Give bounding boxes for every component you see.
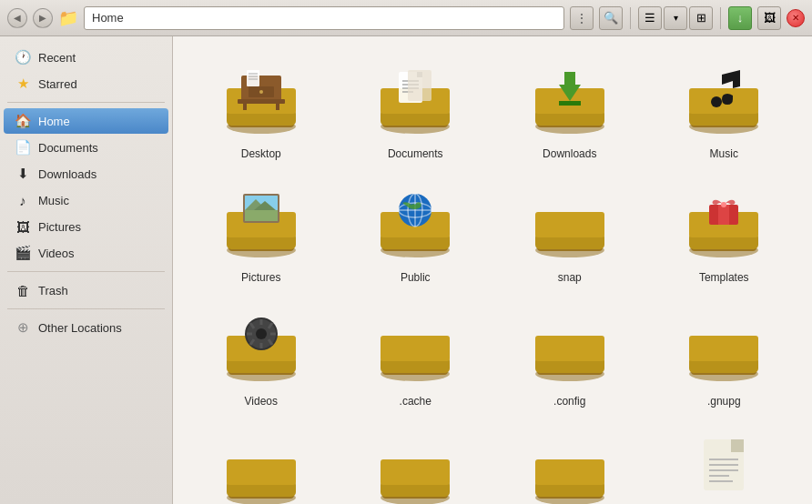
file-item-documents[interactable]: Documents (342, 51, 490, 167)
sidebar-item-label: Downloads (38, 167, 96, 181)
svg-rect-25 (408, 70, 431, 101)
file-item-local[interactable]: .local (342, 422, 490, 504)
config-folder-icon (529, 307, 611, 389)
sidebar-divider-2 (7, 271, 165, 272)
location-bar[interactable] (84, 6, 564, 30)
sidebar-divider-3 (7, 308, 165, 309)
sidebar-divider-1 (7, 102, 165, 103)
photo-button[interactable]: 🖼 (757, 6, 781, 30)
sidebar-item-other[interactable]: ⊕ Other Locations (4, 315, 168, 340)
file-label: Downloads (543, 147, 596, 160)
download-button[interactable]: ↓ (728, 6, 752, 30)
videos-folder-icon (220, 307, 302, 389)
templates-folder-icon (683, 184, 765, 266)
separator (630, 7, 631, 29)
file-item-downloads[interactable]: Downloads (496, 51, 644, 167)
list-view-button[interactable]: ☰ (638, 6, 662, 30)
public-folder-icon (374, 184, 456, 266)
file-item-pictures[interactable]: Pictures (188, 175, 335, 291)
sidebar-item-label: Starred (38, 77, 77, 91)
list-view-icon: ☰ (645, 11, 655, 25)
svg-rect-108 (731, 439, 744, 452)
file-item-videos[interactable]: Videos (188, 298, 335, 415)
file-label: Documents (388, 147, 443, 160)
file-label: Music (710, 147, 738, 160)
file-item-icons[interactable]: .icons (188, 422, 335, 504)
search-icon: 🔍 (604, 11, 618, 25)
grid-view-icon: ⊞ (696, 11, 706, 25)
icons-folder-icon (220, 431, 302, 504)
svg-rect-65 (718, 205, 729, 225)
videos-icon: 🎬 (15, 245, 31, 261)
sidebar-item-pictures[interactable]: 🖼 Pictures (4, 214, 168, 239)
back-button[interactable]: ◀ (7, 8, 27, 28)
sidebar-item-music[interactable]: ♪ Music (4, 187, 168, 213)
file-label: Videos (245, 395, 278, 408)
svg-rect-31 (559, 101, 581, 106)
sidebar-item-label: Trash (38, 284, 68, 297)
file-item-public[interactable]: Public (342, 175, 490, 291)
bash-history-icon (683, 431, 765, 504)
file-label: snap (558, 271, 582, 284)
forward-icon: ▶ (39, 13, 46, 23)
downloads-folder-icon (529, 60, 611, 142)
separator2 (720, 7, 721, 29)
svg-rect-105 (535, 459, 604, 485)
documents-icon: 📄 (15, 139, 31, 156)
sidebar-item-videos[interactable]: 🎬 Videos (4, 240, 168, 266)
download-icon: ↓ (737, 11, 744, 25)
folder-icon: 📁 (58, 8, 78, 28)
grid-view-button[interactable]: ⊞ (689, 6, 713, 30)
desktop-folder-icon (220, 60, 302, 142)
search-button[interactable]: 🔍 (599, 6, 623, 30)
file-item-desktop[interactable]: Desktop (188, 51, 335, 167)
svg-rect-59 (535, 212, 604, 237)
file-item-snap[interactable]: snap (496, 175, 644, 291)
sidebar-item-label: Other Locations (38, 321, 122, 335)
photo-icon: 🖼 (764, 11, 776, 25)
pictures-folder-icon (220, 184, 302, 266)
cache-folder-icon (374, 307, 456, 389)
sidebar-item-home[interactable]: 🏠 Home (4, 108, 168, 134)
music-icon: ♪ (15, 192, 31, 208)
trash-icon: 🗑 (15, 282, 31, 298)
sidebar-item-documents[interactable]: 📄 Documents (4, 135, 168, 160)
sidebar-item-label: Documents (38, 141, 98, 155)
file-label: Desktop (241, 147, 281, 160)
svg-rect-46 (245, 210, 278, 221)
menu-button[interactable]: ⋮ (570, 6, 594, 30)
sidebar-item-starred[interactable]: ★ Starred (4, 71, 168, 96)
svg-point-73 (256, 328, 267, 339)
other-icon: ⊕ (15, 319, 31, 336)
file-label: .config (553, 395, 585, 408)
file-label: .gnupg (707, 395, 741, 408)
file-item-cache[interactable]: .cache (342, 298, 490, 415)
sidebar-item-label: Music (38, 194, 69, 207)
local-folder-icon (374, 431, 456, 504)
file-grid: Desktop (188, 51, 797, 504)
file-label: Public (401, 271, 431, 284)
documents-folder-icon (374, 60, 456, 142)
music-folder-icon (683, 60, 765, 142)
svg-point-66 (721, 202, 726, 207)
titlebar: ◀ ▶ 📁 ⋮ 🔍 ☰ ▾ ⊞ ↓ 🖼 ✕ (0, 0, 812, 36)
file-item-gnupg[interactable]: .gnupg (651, 298, 798, 415)
sidebar: 🕐 Recent ★ Starred 🏠 Home 📄 Documents ⬇ … (0, 36, 173, 504)
file-item-bash-history[interactable]: .bash_history (651, 422, 798, 504)
starred-icon: ★ (15, 76, 31, 92)
file-item-ssh[interactable]: .ssh (496, 422, 644, 504)
file-item-config[interactable]: .config (496, 298, 644, 415)
forward-button[interactable]: ▶ (33, 8, 53, 28)
view-dropdown-button[interactable]: ▾ (664, 6, 687, 30)
file-content: Desktop (173, 36, 812, 504)
home-icon: 🏠 (15, 113, 31, 129)
gnupg-folder-icon (683, 307, 765, 389)
sidebar-item-trash[interactable]: 🗑 Trash (4, 277, 168, 303)
svg-rect-101 (381, 459, 450, 485)
sidebar-item-recent[interactable]: 🕐 Recent (4, 45, 168, 70)
sidebar-item-label: Recent (38, 51, 76, 65)
close-button[interactable]: ✕ (787, 9, 805, 27)
file-item-templates[interactable]: Templates (651, 175, 798, 291)
sidebar-item-downloads[interactable]: ⬇ Downloads (4, 161, 168, 186)
file-item-music[interactable]: Music (651, 51, 798, 167)
